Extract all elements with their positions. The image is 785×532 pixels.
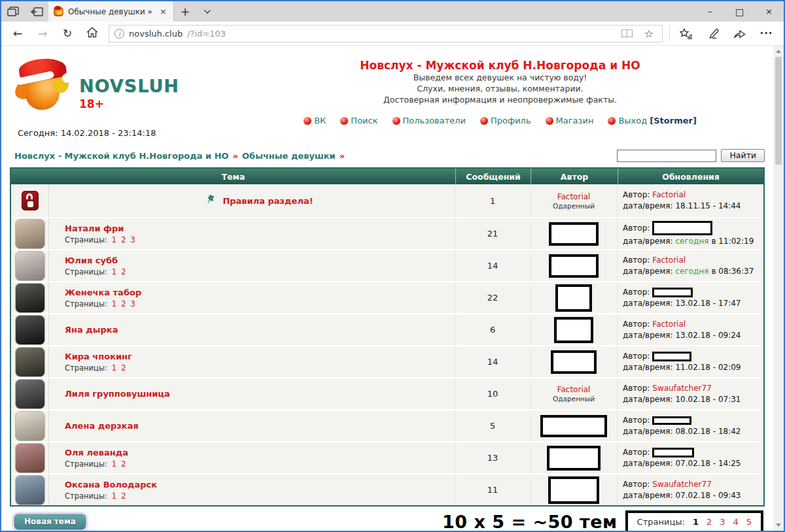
topic-link[interactable]: Лиля групповушница [65,389,170,399]
scroll-down-icon[interactable] [776,524,781,527]
url-host: novsluh.club [129,29,183,39]
topic-link[interactable]: Кира чпокинг [65,352,132,361]
author-link[interactable]: Factorial [557,385,591,394]
message-count: 1 [455,184,531,217]
tab-preview-icon[interactable] [1,1,25,22]
close-button[interactable]: × [754,1,784,22]
nav-item-profil[interactable]: Профиль [480,116,531,125]
refresh-icon[interactable]: ↻ [55,27,80,40]
back-icon[interactable]: ← [5,27,30,40]
tabs-aside-icon[interactable] [25,1,48,22]
page-link[interactable]: 1 [112,491,116,501]
page-link[interactable]: 1 [112,459,116,469]
forward-icon[interactable]: → [30,27,55,40]
topic-link[interactable]: Оксана Володарск [65,480,157,490]
share-icon[interactable] [726,28,753,39]
breadcrumb-link[interactable]: Новслух - Мужской клуб Н.Новгорода и НО [14,151,229,161]
new-topic-button[interactable]: Новая тема [14,514,86,530]
page-link[interactable]: 2 [121,363,126,373]
page-link[interactable]: 2 [121,299,126,308]
page-link[interactable]: 1 [112,363,116,373]
avatar-cell [11,250,49,281]
updates-date-label: дата/время: [623,459,672,469]
avatar-image [15,219,45,249]
topic-link[interactable]: Алена дерзкая [65,421,139,431]
site-info-icon[interactable]: i [114,29,124,39]
page-link[interactable]: 2 [121,235,126,244]
page-link[interactable]: 1 [112,267,116,276]
updates-cell: Автор:Swaufatcher77дата/время:07.02.18 -… [618,474,763,505]
home-icon[interactable] [80,27,105,41]
updates-author-label: Автор: [623,320,650,329]
reading-view-icon[interactable] [618,29,637,39]
nav-item-polzovateli[interactable]: Пользователи [392,116,466,125]
table-header: Тема Сообщений Автор Обновления [11,169,763,184]
page-link[interactable]: 1 [112,299,116,308]
tab-close-icon[interactable]: × [158,7,168,16]
author-cell [531,474,618,505]
more-options-icon[interactable]: ··· [753,27,780,39]
updates-author-link[interactable]: Factorial [652,320,686,329]
pagination-page-link[interactable]: 4 [733,517,738,527]
tab-list-chevron-icon[interactable] [196,1,218,22]
scrollbar-thumb[interactable] [775,57,782,165]
topic-link[interactable]: Юлия субб [65,256,118,265]
search-input[interactable] [617,150,716,162]
updates-date-label: дата/время: [623,395,672,405]
active-tab[interactable]: Обычные девушки » Н × [48,1,174,22]
pagination-page-link[interactable]: 3 [720,517,725,527]
updates-author-link[interactable]: Factorial [652,256,686,265]
hub-favorites-icon[interactable] [672,28,699,39]
updates-date-line: дата/время:08.02.18 - 18:42 [623,427,741,437]
site-logo[interactable]: NOVSLUH 18+ [15,59,236,114]
minimize-button[interactable]: – [695,1,725,22]
add-favorite-star-icon[interactable]: ☆ [641,27,657,40]
page-link[interactable]: 1 [112,235,116,244]
maximize-button[interactable]: □ [725,1,754,22]
new-tab-button[interactable]: + [174,1,196,22]
updates-author-redaction [652,221,712,235]
page-link[interactable]: 3 [131,299,135,308]
updates-author-link[interactable]: Factorial [652,190,686,200]
topic-link[interactable]: Женечка табор [65,288,141,297]
url-input[interactable]: i novsluh.club /?id=103 ☆ [109,25,663,42]
author-cell [531,282,618,313]
red-ball-icon [340,117,348,125]
logged-in-username: [Stormer] [650,116,697,125]
updates-author-line: Автор:Factorial [623,190,686,200]
search-button[interactable]: Найти [721,149,765,162]
web-note-pen-icon[interactable] [699,28,726,39]
vertical-scrollbar[interactable] [773,46,784,531]
nav-item-vyhod[interactable]: Выход [Stormer] [608,116,696,125]
pages-label: Страницы: [65,459,107,469]
annotation-text: 10 x 5 = ~50 тем [442,512,618,532]
pagination-page-link[interactable]: 2 [706,517,712,527]
nav-item-vk[interactable]: ВК [304,116,326,125]
updates-date: 07.02.18 - 09:43 [675,491,741,501]
main-nav: ВКПоискПользователиПрофильМагазинВыход [… [236,116,765,125]
nav-item-magazin[interactable]: Магазин [546,116,594,125]
updates-author-link[interactable]: Swaufatcher77 [652,384,711,393]
topic-cell: Юлия суббСтраницы:12 [49,250,455,281]
breadcrumb: Новслух - Мужской клуб Н.Новгорода и НО»… [10,151,345,161]
page-link[interactable]: 3 [131,235,135,244]
author-cell [531,314,618,345]
updates-author-link[interactable]: Swaufatcher77 [652,480,711,490]
nav-item-poisk[interactable]: Поиск [340,116,377,125]
pagination-page-link[interactable]: 5 [746,517,752,527]
scroll-up-icon[interactable] [776,50,781,53]
topic-link[interactable]: Натали фри [65,224,124,233]
breadcrumb-link[interactable]: Обычные девушки [242,151,336,161]
page-link[interactable]: 2 [121,459,126,469]
updates-date-label: дата/время: [623,427,672,437]
author-link[interactable]: Factorial [557,192,591,201]
topic-link[interactable]: Оля леванда [65,448,128,457]
topic-link[interactable]: Яна дырка [65,325,118,335]
pages-row: Страницы:12 [65,363,126,373]
author-cell [531,346,618,377]
topic-link[interactable]: Правила раздела! [222,196,313,206]
topic-rows: Правила раздела!1FactorialОдаренныйАвтор… [11,184,763,505]
updates-cell: Автор:дата/время:13.02.18 - 17:47 [618,282,763,313]
page-link[interactable]: 2 [121,267,126,276]
page-link[interactable]: 2 [121,491,126,501]
